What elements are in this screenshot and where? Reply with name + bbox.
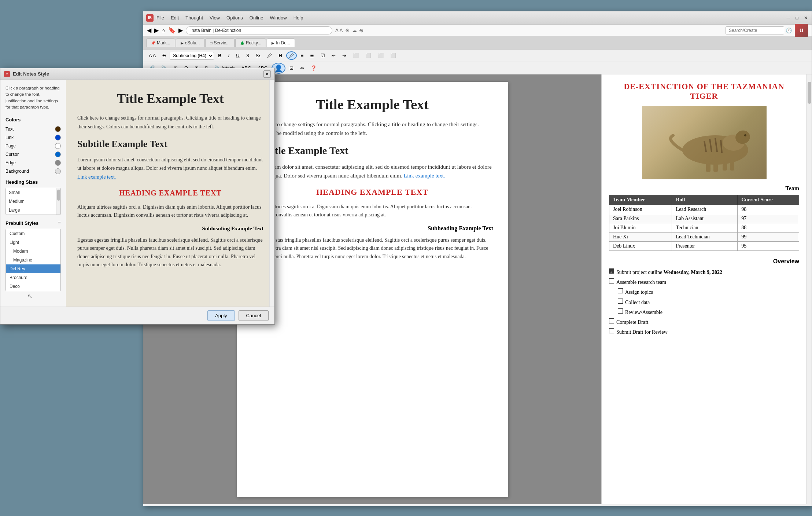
nav-next-icon[interactable]: ▶: [178, 27, 183, 34]
table-row: Joi Blumin Technician 88: [609, 223, 799, 233]
checkbox-1[interactable]: [609, 268, 614, 274]
checkbox-subtask-2[interactable]: [618, 299, 623, 304]
align-right-btn[interactable]: ⬜: [375, 52, 386, 59]
tab-servic[interactable]: □ Servic...: [205, 39, 234, 47]
bookmark-icon[interactable]: 🔖: [168, 27, 176, 34]
tab-label: In De...: [276, 40, 290, 45]
preview-link[interactable]: Link example text.: [77, 174, 116, 180]
size-medium[interactable]: Medium: [6, 197, 60, 206]
underline-btn[interactable]: U: [233, 52, 242, 59]
align-left-btn[interactable]: ⬜: [350, 52, 361, 59]
paragraph-style-select[interactable]: Subheading (H4): [170, 52, 214, 60]
preview-body[interactable]: Click here to change settings for normal…: [77, 114, 263, 131]
font-icon[interactable]: A A: [335, 28, 343, 33]
tab-indee[interactable]: ▶ In De...: [267, 39, 295, 47]
cloud-icon[interactable]: ☁: [352, 28, 357, 33]
task-3: Complete Draft: [609, 318, 799, 327]
size-small[interactable]: Small: [6, 188, 60, 197]
color-swatch-text[interactable]: [55, 126, 61, 132]
checkbox-subtask-3[interactable]: [618, 308, 623, 314]
menu-edit[interactable]: Edit: [171, 15, 179, 21]
preview-scrollbar[interactable]: [269, 80, 274, 307]
strikethrough-s-btn[interactable]: S: [160, 52, 169, 59]
style-brochure[interactable]: Brochure: [6, 273, 60, 282]
tab-label: Mark...: [157, 40, 170, 45]
record-btn[interactable]: ⊡: [287, 64, 296, 72]
menu-help[interactable]: Help: [294, 15, 303, 21]
strikethrough-btn[interactable]: S̶: [244, 52, 252, 59]
tab-esolu[interactable]: ▶ eSolu...: [176, 39, 205, 47]
color-swatch-cursor[interactable]: [55, 151, 61, 157]
cell-score: 88: [738, 223, 799, 233]
apply-button[interactable]: Apply: [207, 310, 235, 321]
tab-favicon: ▶: [181, 41, 184, 45]
menu-online[interactable]: Online: [250, 15, 263, 21]
team-table: Team Member Roll Current Score Joel Robi…: [609, 195, 799, 251]
color-swatch-link[interactable]: [55, 135, 61, 140]
bullet-list-btn[interactable]: ≡: [298, 52, 306, 59]
color-swatch-page[interactable]: [55, 143, 61, 149]
size-large[interactable]: Large: [6, 206, 60, 215]
menu-thought[interactable]: Thought: [185, 15, 203, 21]
style-light[interactable]: Light: [6, 238, 60, 247]
align-justify-btn[interactable]: ⬜: [388, 52, 399, 59]
doc-body-text[interactable]: Click here to change settings for normal…: [251, 120, 493, 138]
tab-mark[interactable]: 📌 Mark...: [146, 39, 175, 47]
main-scrollbar[interactable]: [807, 74, 812, 504]
checkbox-2[interactable]: [609, 278, 614, 283]
menu-window[interactable]: Window: [270, 15, 287, 21]
cancel-button[interactable]: Cancel: [239, 310, 269, 321]
font-size-btn[interactable]: A A: [146, 52, 159, 59]
numbered-list-btn[interactable]: ≣: [307, 52, 317, 59]
merge-btn[interactable]: ⇔: [298, 64, 307, 72]
dialog-close-button[interactable]: ✕: [263, 70, 271, 78]
help-btn[interactable]: ❓: [308, 64, 319, 72]
style-deco[interactable]: Deco: [6, 282, 60, 291]
subscript-btn[interactable]: S₂: [253, 52, 263, 59]
checkbox-subtask-1[interactable]: [618, 288, 623, 293]
highlight-btn[interactable]: 🖊: [265, 52, 274, 59]
format-highlight-btn[interactable]: 🖊: [286, 51, 297, 60]
style-custom[interactable]: Custom: [6, 229, 60, 238]
prebuilt-menu-icon[interactable]: ≡: [58, 220, 61, 226]
style-magazine[interactable]: Magazine: [6, 256, 60, 264]
maximize-button[interactable]: □: [794, 15, 800, 21]
checkbox-3[interactable]: [609, 318, 614, 323]
align-center-btn[interactable]: ⬜: [363, 52, 374, 59]
preview-lorem3: Egestas egestas fringilla phasellus fauc…: [77, 236, 263, 269]
indent-right-btn[interactable]: ⇥: [340, 52, 349, 59]
style-del-rey[interactable]: Del Rey: [6, 264, 60, 273]
tab-rocky[interactable]: 🌲 Rocky...: [235, 39, 266, 47]
home-icon[interactable]: ⌂: [162, 27, 165, 34]
nav-forward-icon[interactable]: ▶: [154, 27, 159, 34]
scroll-thumb[interactable]: [808, 82, 811, 104]
asterisk-icon[interactable]: ✳: [345, 28, 350, 33]
heading-btn[interactable]: H: [276, 52, 284, 59]
size-scrollbar[interactable]: [56, 188, 60, 215]
italic-btn[interactable]: I: [226, 52, 232, 59]
color-label-link: Link: [5, 135, 14, 140]
nav-back-icon[interactable]: ◀: [147, 27, 151, 34]
menu-file[interactable]: File: [156, 15, 164, 21]
menu-options[interactable]: Options: [226, 15, 243, 21]
address-field[interactable]: Insta Brain | De-Extinction: [186, 26, 332, 34]
bold-btn[interactable]: B: [215, 52, 224, 59]
add-tab-icon[interactable]: ⊕: [359, 28, 363, 33]
menu-view[interactable]: View: [210, 15, 220, 21]
task-4-text: Submit Draft for Review: [616, 327, 668, 337]
minimize-button[interactable]: ─: [785, 15, 791, 21]
doc-link[interactable]: Link example text.: [404, 173, 445, 179]
tab-favicon: 🌲: [240, 41, 244, 45]
size-scroll-thumb[interactable]: [57, 190, 60, 201]
checkbox-4[interactable]: [609, 328, 614, 333]
close-button[interactable]: ✕: [803, 15, 809, 21]
preview-title: Title Example Text: [77, 91, 263, 106]
preview-subtitle: Subtitle Example Text: [77, 139, 263, 150]
style-modern[interactable]: Modern: [6, 247, 60, 256]
tab-bar: 📌 Mark... ▶ eSolu... □ Servic... 🌲 Rocky…: [143, 36, 812, 50]
checkbox-btn[interactable]: ☑: [318, 52, 328, 59]
color-swatch-background[interactable]: [55, 168, 61, 174]
indent-left-btn[interactable]: ⇤: [329, 52, 338, 59]
search-input[interactable]: [726, 26, 784, 34]
color-swatch-edge[interactable]: [55, 160, 61, 166]
